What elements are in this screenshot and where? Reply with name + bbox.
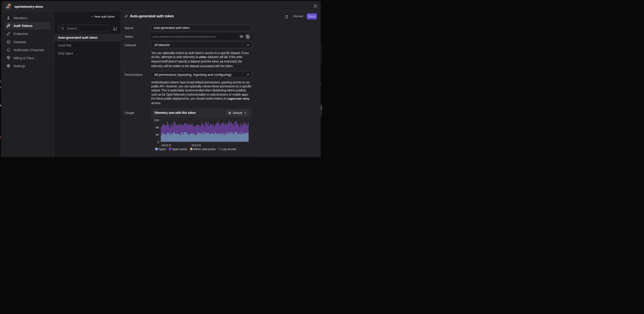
svg-text:Metric data points: Metric data points — [193, 147, 216, 151]
svg-text:06:53:25: 06:53:25 — [192, 144, 201, 147]
svg-text:Z: Z — [116, 29, 117, 31]
svg-text:06:43:10: 06:43:10 — [162, 144, 171, 147]
svg-text:8K: 8K — [155, 126, 159, 129]
svg-text:Spans: Spans — [158, 147, 166, 151]
svg-text:Span events: Span events — [172, 147, 187, 151]
svg-text:0: 0 — [157, 140, 159, 144]
svg-text:Log records: Log records — [222, 147, 236, 151]
svg-text:A: A — [116, 27, 117, 29]
svg-text:12K: 12K — [154, 119, 159, 122]
svg-text:4K: 4K — [155, 133, 159, 136]
